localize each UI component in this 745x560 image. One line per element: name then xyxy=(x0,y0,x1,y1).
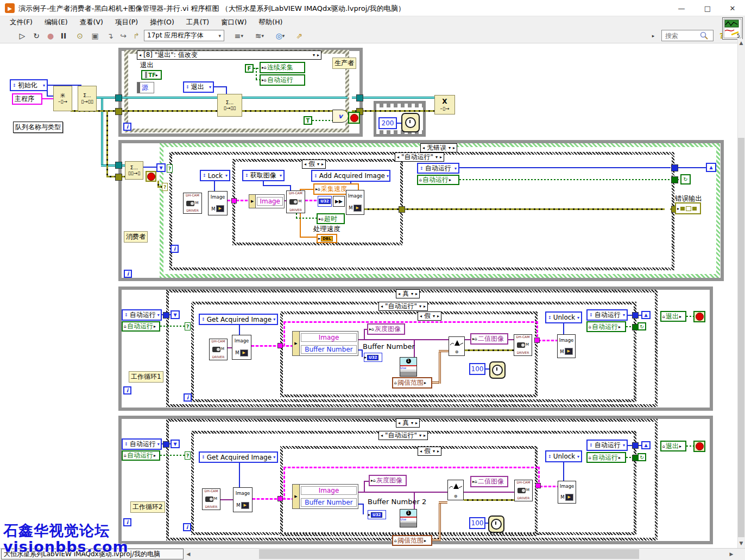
autorun-local[interactable]: ⌂自动运行▸ xyxy=(586,321,626,332)
use-display-node[interactable]: 1Use xyxy=(400,509,417,527)
autorun-local[interactable]: ⌂自动运行▸ xyxy=(417,175,459,185)
exit-local[interactable]: ⌂退出▸ xyxy=(660,441,686,451)
lock-enum[interactable]: ↕Lock▾ xyxy=(200,170,230,181)
step-over-icon[interactable]: ↪ xyxy=(117,30,129,41)
binary-image-property[interactable]: ▸⌂二值图像 xyxy=(470,476,508,487)
stop-condition-terminal[interactable] xyxy=(693,441,705,452)
unlock-enum[interactable]: ↕Unlock▾ xyxy=(545,311,582,323)
init-enum-constant[interactable]: ↕初始化▾ xyxy=(10,79,48,91)
loop-condition-terminal[interactable]: ↻ xyxy=(637,453,646,461)
horizontal-scroll-thumb[interactable] xyxy=(259,549,639,559)
get-acquired-image-enum[interactable]: ↕Get Acquired Image▾ xyxy=(199,451,278,463)
dh-cam-driver-subvi[interactable]: DH-CAMMDRIVER xyxy=(514,334,532,356)
event-source-terminal[interactable]: 源 xyxy=(137,82,154,93)
close-button[interactable]: ✕ xyxy=(720,0,745,16)
vi-icon[interactable]: 5 xyxy=(722,17,743,40)
shift-register[interactable]: ▲ xyxy=(641,311,651,319)
dh-cam-driver-subvi[interactable]: DH-CAMMDRIVER xyxy=(183,193,202,214)
true-constant[interactable]: T xyxy=(304,116,312,125)
unbundle-image-buffer[interactable]: ▶ImageBuffer Number xyxy=(292,484,358,509)
dh-cam-driver-subvi[interactable]: DH-CAMMDRIVER xyxy=(286,190,305,213)
align-objects-dropdown[interactable]: ≡▾ xyxy=(230,30,248,41)
wait-ms-constant-100[interactable]: 100 xyxy=(469,363,485,375)
exit-enum-constant[interactable]: ↕退出▾ xyxy=(183,81,214,93)
false-constant[interactable]: F xyxy=(245,64,254,73)
unbundle-image[interactable]: ▶Image xyxy=(249,194,285,208)
continuous-acq-property[interactable]: ▸⌂连续采集 xyxy=(260,62,305,73)
producer-stop-terminal[interactable] xyxy=(348,112,360,124)
event-case-selector[interactable]: ◂[8] "退出": 值改变▾▸ xyxy=(137,50,321,60)
autorun-enum[interactable]: ↕自动运行▾ xyxy=(122,309,162,321)
inner-case-selector[interactable]: ◂假▾▸ xyxy=(418,311,441,321)
step-into-icon[interactable]: ↴ xyxy=(104,30,116,41)
true-case-selector[interactable]: ◂真▾▸ xyxy=(396,418,420,428)
get-image-enum[interactable]: ↕获取图像▾ xyxy=(242,170,285,181)
to-u32-node[interactable]: U32 xyxy=(318,196,332,207)
command-case-selector[interactable]: ◂"自动运行"▾▸ xyxy=(378,302,428,311)
image-manager-subvi[interactable]: ImageM▶ xyxy=(558,481,576,504)
autorun-enum[interactable]: ↕自动运行▾ xyxy=(586,440,628,451)
autorun-local[interactable]: ⌂自动运行▸ xyxy=(122,450,160,461)
maximize-button[interactable]: □ xyxy=(695,0,720,16)
distribute-objects-dropdown[interactable]: ≋▾ xyxy=(251,30,268,41)
autorun-local[interactable]: ⌂自动运行▸ xyxy=(122,321,160,332)
command-case-selector[interactable]: ◂"自动运行"▾▸ xyxy=(395,152,444,162)
minimize-button[interactable]: — xyxy=(669,0,694,16)
menu-operate[interactable]: 操作(O) xyxy=(144,17,180,28)
menu-view[interactable]: 查看(V) xyxy=(74,17,109,28)
abort-button-icon[interactable]: ● xyxy=(45,30,56,41)
font-selector[interactable]: 17pt 应用程序字体▾ xyxy=(144,30,224,41)
wait-ms-constant-100[interactable]: 100 xyxy=(469,517,485,529)
wait-ms-icon[interactable] xyxy=(401,113,420,132)
image-manager-subvi[interactable]: ImageM▶ xyxy=(208,191,228,215)
dequeue-node[interactable]: Σ...▯▯→▯ xyxy=(125,161,143,180)
pause-button-icon[interactable]: II xyxy=(58,30,70,41)
error-case-selector[interactable]: ◂无错误▾▸ xyxy=(420,143,457,152)
search-box[interactable] xyxy=(661,30,714,41)
or-gate[interactable]: v xyxy=(332,110,349,123)
search-input[interactable] xyxy=(664,31,700,40)
error-out-indicator[interactable]: ▸ xyxy=(675,202,701,214)
gray-image-property[interactable]: ▸⌂灰度图像 xyxy=(369,475,407,486)
menu-file[interactable]: 文件(F) xyxy=(4,17,38,28)
menu-project[interactable]: 项目(P) xyxy=(110,17,143,28)
gray-image-property[interactable]: ▸⌂灰度图像 xyxy=(367,323,405,335)
scroll-down-arrow[interactable]: ▼ xyxy=(737,540,745,546)
autorun-local[interactable]: ⌂自动运行▸ xyxy=(586,452,626,463)
threshold-range-local[interactable]: ⌂阈值范围▸ xyxy=(392,535,432,546)
menu-edit[interactable]: 编辑(E) xyxy=(39,17,73,28)
image-manager-subvi[interactable]: ImageM▶ xyxy=(346,190,364,215)
autorun-property[interactable]: ▸⌂自动运行 xyxy=(260,74,305,86)
obtain-queue-node[interactable]: 米–▯→ xyxy=(53,86,72,111)
u32-indicator[interactable]: ▸U32 xyxy=(364,353,382,362)
highlight-execution-icon[interactable]: ⊙ xyxy=(74,30,86,41)
autorun-enum[interactable]: ↕自动运行▾ xyxy=(122,438,162,450)
run-continuous-icon[interactable]: ↻ xyxy=(30,30,42,41)
loop-condition-terminal[interactable]: ↻ xyxy=(637,322,646,330)
threshold-node[interactable]: ⊛ xyxy=(449,336,465,356)
run-button-icon[interactable]: ▷ xyxy=(16,30,28,41)
buffer-arrow-node[interactable]: ▶▶ xyxy=(333,196,345,207)
menu-help[interactable]: 帮助(H) xyxy=(253,17,288,28)
true-case-selector[interactable]: ◂真▾▸ xyxy=(396,289,420,298)
menu-window[interactable]: 窗口(W) xyxy=(216,17,252,28)
unlock-enum[interactable]: ↕Unlock▾ xyxy=(545,450,582,462)
autorun-enum[interactable]: ↕自动运行▾ xyxy=(417,163,459,174)
dh-cam-driver-subvi[interactable]: DH-CAMMDRIVER xyxy=(514,480,533,501)
loop-condition-terminal[interactable]: ↻ xyxy=(680,174,691,184)
wait-ms-constant-200[interactable]: 200 xyxy=(378,117,397,129)
retain-wire-values-icon[interactable]: ▣ xyxy=(89,30,101,41)
main-program-string[interactable]: 主程序 xyxy=(12,93,42,105)
vertical-scroll-thumb[interactable] xyxy=(738,138,744,537)
command-case-selector[interactable]: ◂"自动运行"▾▸ xyxy=(378,431,428,440)
u32-indicator[interactable]: ▸U32 xyxy=(368,510,386,519)
binary-image-property[interactable]: ▸⌂二值图像 xyxy=(470,333,508,345)
threshold-range-local[interactable]: ⌂阈值范围▸ xyxy=(392,377,432,389)
inner-case-selector[interactable]: ◂假▾▸ xyxy=(302,160,326,169)
dock-arrow-icon[interactable]: ▸ xyxy=(649,30,657,41)
add-acquired-image-enum[interactable]: ↕Add Acquired Image▾ xyxy=(311,170,390,182)
resize-objects-dropdown[interactable]: ◎▾ xyxy=(272,30,289,41)
dh-cam-driver-subvi[interactable]: DH-CAMMDRIVER xyxy=(202,488,220,510)
scroll-up-arrow[interactable]: ▲ xyxy=(737,40,745,46)
threshold-node[interactable]: ⊛ xyxy=(447,480,464,500)
